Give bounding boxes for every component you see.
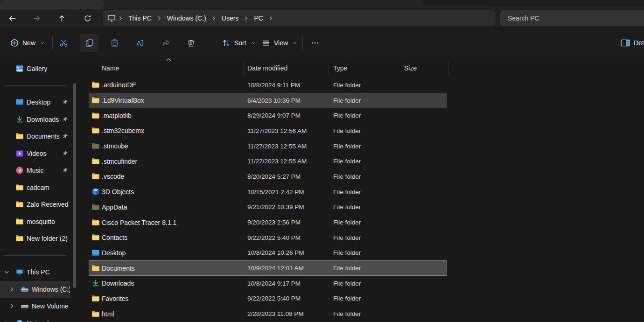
delete-button[interactable]: [182, 34, 200, 52]
sidebar-item[interactable]: Zalo Received Files: [0, 196, 70, 213]
file-row[interactable]: .stmcufinder11/27/2023 12:55 AMFile fold…: [89, 154, 447, 169]
sidebar-item-label: Gallery: [27, 65, 47, 72]
chevron-down-icon: [293, 41, 297, 45]
share-button[interactable]: [156, 34, 175, 52]
file-type: File folder: [333, 189, 403, 196]
file-row[interactable]: Desktop10/8/2024 10:26 PMFile folder: [89, 245, 447, 261]
sort-button[interactable]: Sort: [217, 34, 260, 52]
pin-icon: [62, 99, 68, 105]
rename-button[interactable]: [131, 34, 149, 52]
file-row[interactable]: .stmcube11/27/2023 12:55 AMFile folder: [89, 139, 447, 154]
file-row[interactable]: Contacts9/22/2022 5:40 PMFile folder: [89, 230, 447, 245]
cut-button[interactable]: [54, 34, 73, 52]
sidebar-item[interactable]: Windows (C:): [0, 281, 70, 298]
chevron-right-icon[interactable]: [9, 287, 14, 292]
file-row[interactable]: .matplotlib8/29/2024 9:07 PMFile folder: [89, 108, 447, 123]
chevron-right-icon[interactable]: [9, 304, 14, 309]
sidebar-item[interactable]: This PC: [0, 264, 70, 281]
copy-button[interactable]: [80, 34, 98, 52]
breadcrumb-chevron-icon[interactable]: [269, 16, 273, 21]
sidebar-item-label: Videos: [27, 150, 47, 157]
search-box[interactable]: [500, 10, 644, 26]
back-button[interactable]: [3, 11, 21, 26]
column-header-label: Date modified: [247, 64, 287, 72]
file-date-modified: 10/9/2024 12:01 AM: [247, 265, 333, 272]
file-type: File folder: [333, 280, 403, 287]
more-options-button[interactable]: [306, 34, 324, 52]
file-type: File folder: [333, 203, 403, 210]
sidebar-item[interactable]: Network: [0, 315, 70, 322]
sidebar-item[interactable]: mosquitto: [0, 213, 70, 231]
file-row[interactable]: Downloads10/8/2024 9:17 PMFile folder: [89, 276, 447, 291]
file-row[interactable]: Cisco Packet Tracer 8.1.19/20/2023 2:56 …: [89, 215, 447, 230]
address-bar[interactable]: This PCWindows (C:)UsersPC: [103, 10, 496, 26]
sidebar-item-label: mosquitto: [27, 218, 55, 225]
sidebar-item[interactable]: Videos: [0, 145, 70, 162]
file-date-modified: 11/27/2023 12:55 AM: [247, 158, 333, 165]
column-header-label: Type: [333, 64, 347, 72]
file-row[interactable]: .vscode8/20/2024 5:27 PMFile folder: [89, 169, 447, 184]
folder-icon: [91, 203, 100, 211]
share-icon: [161, 39, 170, 48]
file-type: File folder: [333, 173, 403, 180]
column-header[interactable]: Type: [329, 62, 401, 75]
sidebar-scrollbar[interactable]: [73, 83, 76, 288]
search-input[interactable]: [500, 10, 644, 26]
breadcrumb-chevron-icon[interactable]: [157, 16, 161, 21]
column-header[interactable]: Name: [79, 62, 244, 75]
forward-button[interactable]: [27, 11, 46, 26]
file-row[interactable]: html2/28/2023 11:08 PMFile folder: [89, 306, 447, 322]
content-area: GalleryDesktopDownloadsDocumentsVideosMu…: [0, 59, 644, 322]
desktop-icon: [15, 98, 24, 106]
chevron-down-icon: [251, 41, 256, 45]
sidebar-item[interactable]: New Volume (D:): [0, 298, 70, 315]
file-row[interactable]: AppData9/21/2022 10:39 PMFile folder: [89, 200, 447, 215]
gallery-icon: [15, 64, 24, 73]
breadcrumb-chevron-icon[interactable]: [212, 16, 216, 21]
breadcrumb-item[interactable]: This PC: [126, 13, 154, 23]
folder-icon: [15, 183, 24, 192]
breadcrumb-chevron-icon[interactable]: [244, 16, 248, 21]
sidebar-item[interactable]: Music: [0, 162, 70, 179]
column-header[interactable]: Date modified: [244, 62, 329, 75]
details-pane-button[interactable]: Details: [617, 34, 644, 52]
sidebar-item[interactable]: Documents: [0, 128, 70, 145]
view-button[interactable]: View: [257, 34, 302, 52]
sidebar-item[interactable]: Desktop: [0, 94, 70, 111]
refresh-button[interactable]: [78, 11, 97, 26]
cube-icon: [91, 188, 100, 196]
file-type: File folder: [333, 143, 403, 150]
explorer-tab[interactable]: [0, 0, 104, 9]
sidebar-divider: [0, 247, 70, 264]
file-date-modified: 8/29/2024 9:07 PM: [247, 112, 333, 119]
breadcrumb-item[interactable]: Users: [219, 13, 242, 23]
column-header[interactable]: Size: [401, 62, 449, 75]
file-row[interactable]: 3D Objects10/15/2021 2:42 PMFile folder: [89, 184, 447, 200]
delete-icon: [187, 39, 196, 48]
breadcrumb-item[interactable]: PC: [251, 13, 266, 23]
up-button[interactable]: [52, 11, 71, 26]
pin-icon: [62, 116, 68, 122]
file-name: Contacts: [102, 234, 247, 241]
sidebar-item[interactable]: cadcam: [0, 179, 70, 196]
sidebar-item[interactable]: Gallery: [0, 60, 70, 77]
new-button[interactable]: New: [6, 34, 49, 52]
file-row[interactable]: .arduinoIDE10/8/2024 9:11 PMFile folder: [89, 77, 447, 93]
breadcrumb-item[interactable]: Windows (C:): [164, 13, 209, 23]
file-row[interactable]: .stm32cubemx11/27/2023 12:56 AMFile fold…: [89, 123, 447, 139]
column-header-label: Size: [404, 64, 417, 72]
thispc-icon: [15, 268, 24, 276]
sidebar-item[interactable]: New folder (2): [0, 230, 70, 247]
folder-icon: [91, 264, 100, 273]
file-date-modified: 2/28/2023 11:08 PM: [247, 310, 333, 317]
paste-button[interactable]: [105, 34, 124, 52]
file-row[interactable]: .Ld9VirtualBox6/4/2023 10:36 PMFile fold…: [89, 93, 447, 108]
file-row[interactable]: Favorites9/22/2022 5:40 PMFile folder: [89, 291, 447, 307]
pin-icon: [62, 150, 68, 156]
sidebar-item[interactable]: Downloads: [0, 111, 70, 128]
details-pane-label: Details: [634, 39, 644, 47]
breadcrumb-chevron-icon[interactable]: [119, 16, 123, 21]
chevron-down-icon[interactable]: [4, 270, 9, 275]
folder-icon: [15, 234, 24, 243]
file-row[interactable]: Documents10/9/2024 12:01 AMFile folder: [89, 260, 447, 276]
